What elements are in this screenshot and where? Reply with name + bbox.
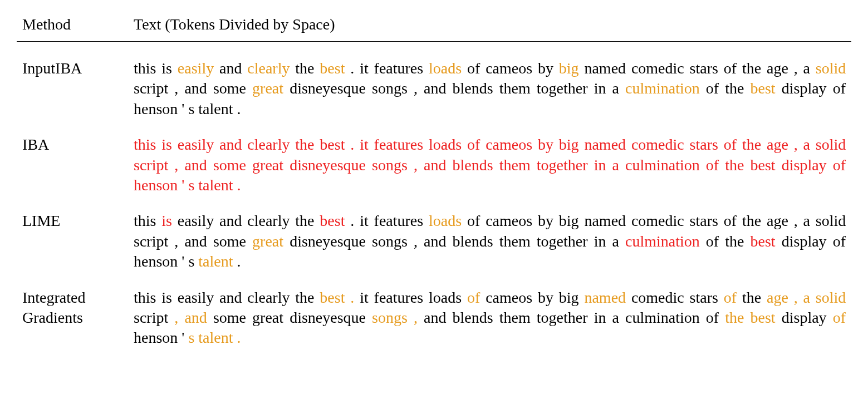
token: s: [188, 176, 194, 194]
token: solid: [816, 212, 846, 229]
token: of: [724, 212, 737, 229]
token: ,: [174, 233, 178, 250]
text-cell: this is easily and clearly the best . it…: [128, 51, 851, 127]
token: s: [188, 253, 194, 270]
text-cell: this is easily and clearly the best . it…: [128, 280, 851, 356]
token: named: [584, 136, 626, 153]
attribution-table: Method Text (Tokens Divided by Space) In…: [17, 11, 851, 356]
token: a: [612, 309, 619, 326]
token: .: [237, 253, 241, 270]
token: and: [184, 233, 207, 250]
token: talent: [198, 100, 233, 117]
token: best: [320, 289, 345, 306]
token: cameos: [486, 60, 532, 77]
token: culmination: [625, 80, 700, 97]
token: disneyesque: [290, 309, 366, 326]
token: and: [219, 60, 242, 77]
token: blends: [453, 80, 493, 97]
table-row: IBAthis is easily and clearly the best .…: [17, 127, 851, 203]
table-row: LIMEthis is easily and clearly the best …: [17, 203, 851, 279]
token: big: [559, 136, 579, 153]
token: ,: [794, 289, 798, 306]
token: best: [751, 80, 776, 97]
token: in: [594, 233, 606, 250]
token: .: [350, 212, 354, 229]
token: .: [350, 60, 354, 77]
token: in: [594, 309, 606, 326]
token: of: [706, 80, 719, 97]
token: stars: [690, 212, 718, 229]
token: henson: [134, 253, 178, 270]
token: the: [725, 156, 744, 174]
token: it: [360, 289, 369, 306]
token: easily: [178, 60, 214, 77]
token: age: [767, 60, 788, 77]
token: ,: [794, 136, 798, 153]
token: some: [213, 233, 246, 250]
header-text: Text (Tokens Divided by Space): [128, 11, 851, 42]
token: a: [803, 60, 810, 77]
token: of: [833, 156, 846, 174]
token: and: [184, 156, 207, 174]
token: the: [725, 233, 744, 250]
method-cell: InputIBA: [17, 51, 128, 127]
token: them: [499, 156, 531, 174]
token: and: [219, 212, 242, 229]
token: best: [751, 309, 776, 326]
token: s: [188, 329, 194, 346]
token: of: [467, 136, 480, 153]
token: solid: [816, 60, 846, 77]
token: of: [724, 136, 737, 153]
token: it: [360, 60, 369, 77]
token: comedic: [631, 60, 684, 77]
token: ,: [174, 80, 178, 97]
token: disneyesque: [290, 156, 366, 174]
token: by: [538, 136, 553, 153]
token: features: [374, 289, 424, 306]
token: clearly: [247, 212, 290, 229]
token: is: [161, 289, 172, 306]
token: of: [706, 156, 719, 174]
token: age: [767, 212, 788, 229]
token: henson: [134, 329, 178, 346]
token: cameos: [486, 289, 532, 306]
token: great: [252, 233, 283, 250]
token: in: [594, 156, 606, 174]
token: together: [537, 80, 588, 97]
token: henson: [134, 100, 178, 117]
token: culmination: [625, 233, 700, 250]
token: loads: [429, 289, 462, 306]
token: a: [803, 136, 810, 153]
token: a: [803, 212, 810, 229]
token: s: [188, 100, 194, 117]
token: the: [742, 136, 761, 153]
token: solid: [816, 136, 846, 153]
token: by: [538, 212, 553, 229]
header-method: Method: [17, 11, 128, 42]
token: of: [467, 212, 480, 229]
token: blends: [453, 233, 493, 250]
token: the: [742, 60, 761, 77]
token: the: [742, 289, 761, 306]
token: and: [424, 233, 446, 250]
token: age: [767, 136, 788, 153]
token: easily: [178, 289, 214, 306]
token: talent: [198, 329, 233, 346]
token: big: [559, 212, 579, 229]
token: ': [182, 100, 184, 117]
token: great: [252, 309, 283, 326]
token: blends: [453, 309, 493, 326]
token: the: [742, 212, 761, 229]
token: and: [219, 289, 242, 306]
method-cell: LIME: [17, 203, 128, 279]
token: in: [594, 80, 606, 97]
token: display: [782, 156, 827, 174]
token: cameos: [486, 136, 532, 153]
token: of: [833, 233, 846, 250]
token: big: [559, 289, 579, 306]
token: best: [320, 212, 345, 229]
token: big: [559, 60, 579, 77]
token: some: [213, 80, 246, 97]
token: a: [612, 80, 619, 97]
token: named: [584, 212, 626, 229]
